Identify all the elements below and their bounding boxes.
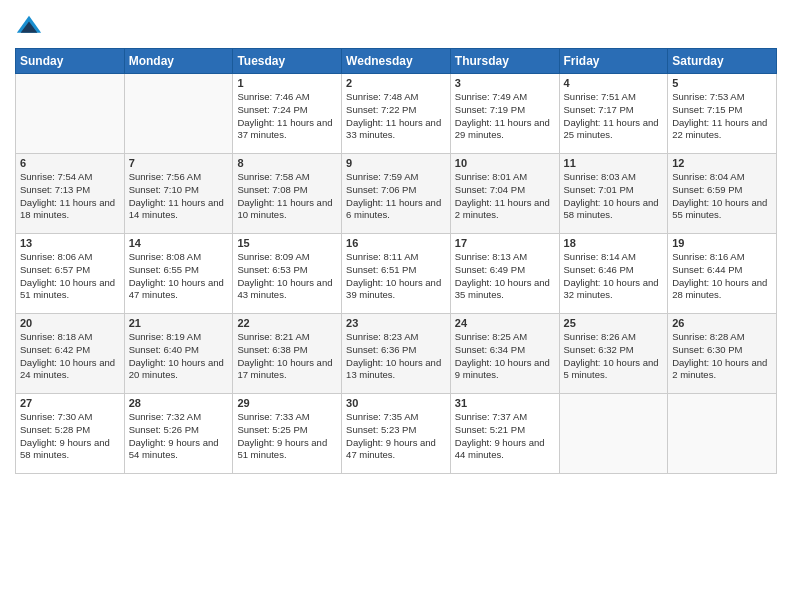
day-number: 27 (20, 397, 120, 409)
day-header: Tuesday (233, 49, 342, 74)
cell-info: Sunrise: 8:19 AM Sunset: 6:40 PM Dayligh… (129, 331, 229, 382)
calendar-cell (668, 394, 777, 474)
cell-info: Sunrise: 8:18 AM Sunset: 6:42 PM Dayligh… (20, 331, 120, 382)
day-number: 13 (20, 237, 120, 249)
calendar-cell: 6Sunrise: 7:54 AM Sunset: 7:13 PM Daylig… (16, 154, 125, 234)
calendar-cell: 29Sunrise: 7:33 AM Sunset: 5:25 PM Dayli… (233, 394, 342, 474)
calendar-table: SundayMondayTuesdayWednesdayThursdayFrid… (15, 48, 777, 474)
day-number: 5 (672, 77, 772, 89)
calendar-cell: 30Sunrise: 7:35 AM Sunset: 5:23 PM Dayli… (342, 394, 451, 474)
calendar-cell: 23Sunrise: 8:23 AM Sunset: 6:36 PM Dayli… (342, 314, 451, 394)
day-number: 30 (346, 397, 446, 409)
day-number: 10 (455, 157, 555, 169)
calendar-week-row: 20Sunrise: 8:18 AM Sunset: 6:42 PM Dayli… (16, 314, 777, 394)
day-number: 12 (672, 157, 772, 169)
calendar-cell: 22Sunrise: 8:21 AM Sunset: 6:38 PM Dayli… (233, 314, 342, 394)
cell-info: Sunrise: 8:14 AM Sunset: 6:46 PM Dayligh… (564, 251, 664, 302)
calendar-cell: 5Sunrise: 7:53 AM Sunset: 7:15 PM Daylig… (668, 74, 777, 154)
day-number: 22 (237, 317, 337, 329)
cell-info: Sunrise: 8:21 AM Sunset: 6:38 PM Dayligh… (237, 331, 337, 382)
calendar-cell: 17Sunrise: 8:13 AM Sunset: 6:49 PM Dayli… (450, 234, 559, 314)
day-number: 6 (20, 157, 120, 169)
calendar-cell (16, 74, 125, 154)
cell-info: Sunrise: 7:56 AM Sunset: 7:10 PM Dayligh… (129, 171, 229, 222)
calendar-week-row: 13Sunrise: 8:06 AM Sunset: 6:57 PM Dayli… (16, 234, 777, 314)
calendar-cell: 20Sunrise: 8:18 AM Sunset: 6:42 PM Dayli… (16, 314, 125, 394)
day-number: 16 (346, 237, 446, 249)
logo (15, 14, 45, 42)
cell-info: Sunrise: 8:23 AM Sunset: 6:36 PM Dayligh… (346, 331, 446, 382)
calendar-week-row: 6Sunrise: 7:54 AM Sunset: 7:13 PM Daylig… (16, 154, 777, 234)
cell-info: Sunrise: 7:54 AM Sunset: 7:13 PM Dayligh… (20, 171, 120, 222)
cell-info: Sunrise: 7:51 AM Sunset: 7:17 PM Dayligh… (564, 91, 664, 142)
cell-info: Sunrise: 7:32 AM Sunset: 5:26 PM Dayligh… (129, 411, 229, 462)
calendar-week-row: 27Sunrise: 7:30 AM Sunset: 5:28 PM Dayli… (16, 394, 777, 474)
day-number: 31 (455, 397, 555, 409)
cell-info: Sunrise: 7:35 AM Sunset: 5:23 PM Dayligh… (346, 411, 446, 462)
day-number: 26 (672, 317, 772, 329)
day-number: 20 (20, 317, 120, 329)
day-number: 24 (455, 317, 555, 329)
logo-icon (15, 14, 43, 42)
calendar-cell: 12Sunrise: 8:04 AM Sunset: 6:59 PM Dayli… (668, 154, 777, 234)
cell-info: Sunrise: 8:16 AM Sunset: 6:44 PM Dayligh… (672, 251, 772, 302)
cell-info: Sunrise: 8:09 AM Sunset: 6:53 PM Dayligh… (237, 251, 337, 302)
cell-info: Sunrise: 7:53 AM Sunset: 7:15 PM Dayligh… (672, 91, 772, 142)
day-number: 1 (237, 77, 337, 89)
day-number: 25 (564, 317, 664, 329)
day-number: 14 (129, 237, 229, 249)
calendar-cell: 16Sunrise: 8:11 AM Sunset: 6:51 PM Dayli… (342, 234, 451, 314)
cell-info: Sunrise: 7:30 AM Sunset: 5:28 PM Dayligh… (20, 411, 120, 462)
cell-info: Sunrise: 8:28 AM Sunset: 6:30 PM Dayligh… (672, 331, 772, 382)
day-number: 28 (129, 397, 229, 409)
day-number: 21 (129, 317, 229, 329)
day-number: 23 (346, 317, 446, 329)
day-header: Sunday (16, 49, 125, 74)
day-number: 29 (237, 397, 337, 409)
calendar-cell: 25Sunrise: 8:26 AM Sunset: 6:32 PM Dayli… (559, 314, 668, 394)
cell-info: Sunrise: 7:58 AM Sunset: 7:08 PM Dayligh… (237, 171, 337, 222)
calendar-cell: 4Sunrise: 7:51 AM Sunset: 7:17 PM Daylig… (559, 74, 668, 154)
day-number: 15 (237, 237, 337, 249)
day-number: 7 (129, 157, 229, 169)
day-number: 2 (346, 77, 446, 89)
day-number: 4 (564, 77, 664, 89)
day-number: 11 (564, 157, 664, 169)
cell-info: Sunrise: 8:06 AM Sunset: 6:57 PM Dayligh… (20, 251, 120, 302)
day-header: Wednesday (342, 49, 451, 74)
calendar-cell: 31Sunrise: 7:37 AM Sunset: 5:21 PM Dayli… (450, 394, 559, 474)
cell-info: Sunrise: 7:48 AM Sunset: 7:22 PM Dayligh… (346, 91, 446, 142)
cell-info: Sunrise: 8:08 AM Sunset: 6:55 PM Dayligh… (129, 251, 229, 302)
cell-info: Sunrise: 7:49 AM Sunset: 7:19 PM Dayligh… (455, 91, 555, 142)
header (15, 10, 777, 42)
calendar-cell: 15Sunrise: 8:09 AM Sunset: 6:53 PM Dayli… (233, 234, 342, 314)
cell-info: Sunrise: 8:26 AM Sunset: 6:32 PM Dayligh… (564, 331, 664, 382)
day-number: 19 (672, 237, 772, 249)
calendar-header: SundayMondayTuesdayWednesdayThursdayFrid… (16, 49, 777, 74)
page-container: SundayMondayTuesdayWednesdayThursdayFrid… (0, 0, 792, 484)
calendar-cell: 11Sunrise: 8:03 AM Sunset: 7:01 PM Dayli… (559, 154, 668, 234)
calendar-cell: 7Sunrise: 7:56 AM Sunset: 7:10 PM Daylig… (124, 154, 233, 234)
calendar-cell (124, 74, 233, 154)
cell-info: Sunrise: 8:04 AM Sunset: 6:59 PM Dayligh… (672, 171, 772, 222)
day-header: Monday (124, 49, 233, 74)
calendar-cell: 18Sunrise: 8:14 AM Sunset: 6:46 PM Dayli… (559, 234, 668, 314)
calendar-cell: 27Sunrise: 7:30 AM Sunset: 5:28 PM Dayli… (16, 394, 125, 474)
calendar-cell: 2Sunrise: 7:48 AM Sunset: 7:22 PM Daylig… (342, 74, 451, 154)
calendar-cell: 9Sunrise: 7:59 AM Sunset: 7:06 PM Daylig… (342, 154, 451, 234)
day-header: Friday (559, 49, 668, 74)
day-number: 18 (564, 237, 664, 249)
calendar-cell: 26Sunrise: 8:28 AM Sunset: 6:30 PM Dayli… (668, 314, 777, 394)
calendar-cell: 21Sunrise: 8:19 AM Sunset: 6:40 PM Dayli… (124, 314, 233, 394)
calendar-cell: 19Sunrise: 8:16 AM Sunset: 6:44 PM Dayli… (668, 234, 777, 314)
calendar-cell: 24Sunrise: 8:25 AM Sunset: 6:34 PM Dayli… (450, 314, 559, 394)
day-header: Thursday (450, 49, 559, 74)
calendar-cell: 14Sunrise: 8:08 AM Sunset: 6:55 PM Dayli… (124, 234, 233, 314)
calendar-cell: 10Sunrise: 8:01 AM Sunset: 7:04 PM Dayli… (450, 154, 559, 234)
cell-info: Sunrise: 7:46 AM Sunset: 7:24 PM Dayligh… (237, 91, 337, 142)
calendar-cell: 13Sunrise: 8:06 AM Sunset: 6:57 PM Dayli… (16, 234, 125, 314)
calendar-cell: 3Sunrise: 7:49 AM Sunset: 7:19 PM Daylig… (450, 74, 559, 154)
calendar-body: 1Sunrise: 7:46 AM Sunset: 7:24 PM Daylig… (16, 74, 777, 474)
calendar-cell: 1Sunrise: 7:46 AM Sunset: 7:24 PM Daylig… (233, 74, 342, 154)
cell-info: Sunrise: 8:25 AM Sunset: 6:34 PM Dayligh… (455, 331, 555, 382)
